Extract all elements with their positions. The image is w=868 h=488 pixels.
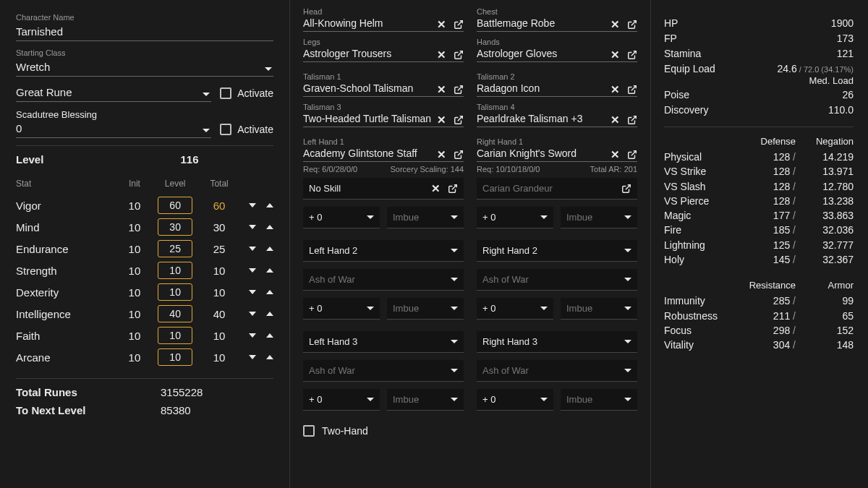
stat-increase-button[interactable] [266, 333, 273, 338]
open-external-icon[interactable] [454, 50, 464, 60]
dropdown[interactable]: Left Hand 3 [303, 331, 464, 353]
dropdown[interactable]: Left Hand 2 [303, 240, 464, 262]
stat-total: 30 [199, 221, 239, 234]
open-external-icon[interactable] [627, 20, 637, 30]
gear-slot[interactable]: LegsAstrologer Trousers✕ [303, 38, 464, 62]
gear-slot[interactable]: HeadAll-Knowing Helm✕ [303, 7, 464, 32]
gear-slot[interactable]: Talisman 4Pearldrake Talisman +3✕ [477, 103, 637, 127]
dropdown[interactable]: + 0 [477, 298, 553, 320]
stat-decrease-button[interactable] [249, 203, 256, 207]
dropdown[interactable]: Ash of War [477, 360, 637, 382]
stat-decrease-button[interactable] [249, 290, 256, 294]
stat-increase-button[interactable] [266, 225, 273, 229]
dropdown[interactable]: + 0 [477, 389, 553, 411]
clear-icon[interactable]: ✕ [437, 149, 446, 160]
dropdown[interactable]: Right Hand 3 [477, 331, 637, 353]
gear-slot[interactable]: HandsAstrologer Gloves✕ [477, 38, 637, 62]
stat-row: Faith101010 [16, 325, 273, 346]
def-value: 128 [733, 164, 796, 179]
clear-icon[interactable]: ✕ [610, 114, 620, 125]
stat-increase-button[interactable] [266, 268, 273, 273]
dropdown[interactable]: Imbue [561, 389, 637, 411]
char-name-input[interactable] [16, 23, 273, 41]
stat-increase-button[interactable] [266, 355, 273, 359]
stat-increase-button[interactable] [266, 247, 273, 251]
stat-increase-button[interactable] [266, 290, 273, 294]
open-external-icon[interactable] [448, 184, 458, 194]
open-external-icon[interactable] [627, 150, 637, 160]
gear-slot[interactable]: Talisman 1Graven-School Talisman✕ [303, 72, 464, 97]
stat-level-input[interactable]: 30 [158, 218, 192, 236]
open-external-icon[interactable] [627, 115, 637, 125]
dropdown[interactable]: Imbue [561, 207, 637, 228]
stat-level-input[interactable]: 40 [158, 305, 192, 322]
dropdown[interactable]: + 0 [303, 207, 380, 228]
great-rune-select[interactable]: Great Rune [16, 84, 211, 102]
stat-increase-button[interactable] [266, 312, 273, 316]
two-hand-checkbox[interactable] [303, 425, 315, 437]
dropdown[interactable]: + 0 [303, 298, 380, 320]
equip-load-label: Equip Load [664, 61, 715, 77]
neg-value: 32.777 [796, 238, 854, 252]
clear-icon[interactable]: ✕ [610, 149, 620, 160]
stat-level-input[interactable]: 10 [158, 262, 192, 279]
clear-icon[interactable]: ✕ [437, 49, 446, 60]
dropdown[interactable]: Imbue [387, 389, 464, 411]
clear-icon[interactable]: ✕ [610, 19, 620, 30]
gear-slot[interactable]: ChestBattlemage Robe✕ [477, 7, 637, 32]
checkbox-icon [220, 87, 231, 99]
stat-decrease-button[interactable] [249, 312, 256, 316]
stat-decrease-button[interactable] [249, 247, 256, 251]
gear-slot[interactable]: Talisman 2Radagon Icon✕ [477, 72, 637, 97]
starting-class-select[interactable]: Wretch [16, 59, 273, 77]
neg-value: 13.971 [796, 164, 854, 179]
open-external-icon[interactable] [454, 150, 464, 160]
open-external-icon[interactable] [454, 85, 464, 95]
level-value: 116 [161, 153, 218, 166]
scadu-select[interactable]: 0 [16, 120, 211, 138]
stat-value: 26 [842, 87, 854, 103]
open-external-icon[interactable] [454, 115, 464, 125]
clear-icon[interactable]: ✕ [437, 84, 446, 95]
stat-increase-button[interactable] [266, 203, 273, 207]
stat-level-input[interactable]: 10 [158, 327, 192, 344]
stat-decrease-button[interactable] [249, 225, 256, 229]
dropdown[interactable]: Ash of War [303, 269, 464, 291]
stat-level-input[interactable]: 10 [158, 283, 192, 301]
dropdown[interactable]: Right Hand 2 [477, 240, 637, 262]
dropdown[interactable]: Ash of War [477, 269, 637, 291]
stat-decrease-button[interactable] [249, 333, 256, 338]
open-external-icon[interactable] [454, 20, 464, 30]
def-label: Vitality [664, 338, 733, 352]
dropdown[interactable]: Imbue [561, 298, 637, 320]
dropdown[interactable]: Imbue [387, 298, 464, 320]
dropdown[interactable]: + 0 [477, 207, 553, 228]
ash-of-war-select[interactable]: Carian Grandeur [477, 178, 637, 200]
gear-slot[interactable]: Talisman 3Two-Headed Turtle Talisman✕ [303, 103, 464, 127]
ash-of-war-select[interactable]: No Skill✕ [303, 178, 464, 200]
stat-decrease-button[interactable] [249, 355, 256, 359]
def-value: 285 [733, 294, 796, 308]
dropdown[interactable]: Imbue [387, 207, 464, 228]
clear-icon[interactable]: ✕ [437, 19, 446, 30]
stat-level-input[interactable]: 10 [158, 348, 192, 366]
open-external-icon[interactable] [621, 184, 631, 194]
weapon-slot[interactable]: Right Hand 1Carian Knight's Sword✕ [477, 137, 637, 162]
dropdown[interactable]: + 0 [303, 389, 380, 411]
stat-level-input[interactable]: 60 [158, 197, 192, 214]
clear-icon[interactable]: ✕ [610, 84, 620, 95]
clear-icon[interactable]: ✕ [610, 49, 620, 60]
stat-level-input[interactable]: 25 [158, 240, 192, 257]
great-rune-activate-checkbox[interactable]: Activate [220, 87, 273, 102]
clear-icon[interactable]: ✕ [437, 114, 446, 125]
stat-decrease-button[interactable] [249, 268, 256, 273]
dropdown[interactable]: Ash of War [303, 360, 464, 382]
stat-name: Intelligence [16, 308, 118, 320]
open-external-icon[interactable] [627, 50, 637, 60]
scadu-activate-checkbox[interactable]: Activate [220, 124, 273, 138]
stat-row: Strength101010 [16, 260, 273, 281]
neg-value: 65 [796, 309, 854, 323]
weapon-slot[interactable]: Left Hand 1Academy Glintstone Staff✕ [303, 137, 464, 162]
open-external-icon[interactable] [627, 85, 637, 95]
clear-icon[interactable]: ✕ [431, 183, 441, 194]
